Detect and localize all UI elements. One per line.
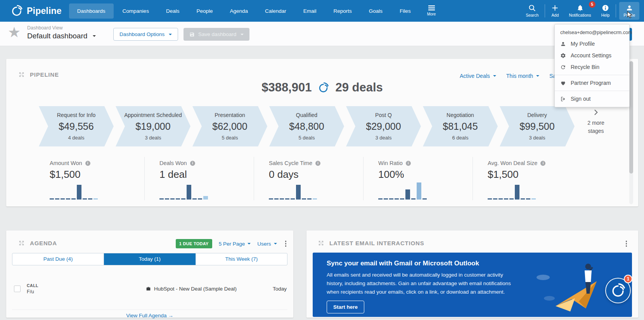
metric-sparkline [159,182,208,200]
profile-button[interactable]: Profile [619,2,639,20]
drag-move-icon[interactable] [19,72,24,77]
agenda-tabs: Past Due (4) Today (1) This Week (7) [12,253,287,265]
task-note: F/u [27,289,38,294]
pipeline-spiral-icon [610,282,626,299]
nav-item-dashboards[interactable]: Dashboards [69,3,114,19]
pipeline-title: PIPELINE [30,71,59,78]
nav-item-deals[interactable]: Deals [158,3,188,19]
person-icon [626,4,633,12]
account-email: chelsea+demo@pipelinecrm.com [555,26,629,38]
metric-win-ratio: Win Ratioi 100% [363,157,473,200]
nav-more-button[interactable]: More [427,5,436,16]
brand[interactable]: Pipeline [0,4,62,17]
menu-item-recycle-bin[interactable]: Recycle Bin [555,61,629,73]
briefcase-icon [146,286,151,291]
gear-icon [560,53,566,58]
task-checkbox[interactable] [14,286,21,292]
view-full-agenda-link[interactable]: View Full Agenda → [126,313,173,318]
task-type-label: CALL [27,283,38,288]
profile-dropdown-menu: chelsea+demo@pipelinecrm.com My Profile … [554,24,630,107]
notifications-button[interactable]: Notifications 5 [564,4,596,17]
funnel-stage[interactable]: Post Q $29,000 3 deals [346,106,421,146]
more-stages-button[interactable]: 2 more stages [580,108,612,135]
person-icon [560,41,566,47]
info-icon[interactable]: i [406,161,411,166]
bell-icon [576,4,584,12]
funnel-stage[interactable]: Qualified $48,800 5 deals [269,106,344,146]
drag-move-icon[interactable] [318,240,324,246]
chat-notification-badge: 1 [624,275,632,283]
search-button[interactable]: Search [521,4,544,17]
nav-item-people[interactable]: People [188,3,221,19]
users-filter[interactable]: Users [257,241,277,247]
tab-today[interactable]: Today (1) [104,253,195,265]
top-nav: Pipeline Dashboards Companies Deals Peop… [0,0,644,22]
pipeline-total-deals: 29 deals [335,81,383,95]
info-icon[interactable]: i [85,161,90,166]
agenda-title: AGENDA [30,240,57,246]
nav-item-companies[interactable]: Companies [114,3,157,19]
email-interactions-widget: LATEST EMAIL INTERACTIONS Sync your emai… [306,231,638,318]
chevron-down-icon [93,35,96,38]
metric-sparkline [488,182,536,200]
dashboard-toolbar: ★ Dashboard View Default dashboard Dashb… [0,22,644,46]
filter-period[interactable]: This month [506,73,539,79]
pipeline-widget: PIPELINE Active Deals This month Sale $3… [6,59,638,206]
tab-past-due[interactable]: Past Due (4) [12,253,104,265]
app-screen: Pipeline Dashboards Companies Deals Peop… [0,0,644,320]
funnel-stage[interactable]: Negotiation $81,045 6 deals [423,106,498,146]
kebab-menu-icon[interactable] [284,240,288,248]
info-icon[interactable]: i [315,161,320,166]
pipeline-filters: Active Deals This month Sale [460,73,560,79]
metric-sparkline [269,182,317,200]
chevron-right-icon [592,108,600,116]
task-deal-link[interactable]: HubSpot - New Deal (Sample Deal) [146,286,237,292]
chevron-down-icon [248,243,251,246]
nav-item-goals[interactable]: Goals [361,3,391,19]
funnel-stage[interactable]: Presentation $62,000 5 deals [192,106,267,146]
nav-item-files[interactable]: Files [391,3,419,19]
mouse-cursor [626,11,634,19]
chevron-down-icon [241,34,244,37]
menu-item-my-profile[interactable]: My Profile [555,38,629,50]
metric-deals-won: Deals Woni 1 deal [144,157,254,200]
dashboard-options-button[interactable]: Dashboard Options [113,28,178,41]
kebab-menu-icon[interactable] [624,240,629,248]
nav-item-agenda[interactable]: Agenda [222,3,256,19]
nav-item-reports[interactable]: Reports [325,3,360,19]
nav-item-email[interactable]: Email [295,3,325,19]
notifications-badge: 5 [589,1,596,8]
pipeline-logo-icon [10,4,23,17]
funnel-stage[interactable]: Request for Info $49,556 4 deals [39,106,114,146]
info-icon[interactable]: i [540,161,545,166]
info-icon[interactable]: i [190,161,195,166]
scrollbar-thumb[interactable] [629,61,633,174]
favorite-star-icon[interactable]: ★ [8,24,21,41]
tab-this-week[interactable]: This Week (7) [196,253,287,265]
funnel-stage[interactable]: Appointment Scheduled $19,000 3 deals [116,106,190,146]
chevron-down-icon [274,243,277,246]
hamburger-icon [428,5,435,10]
agenda-task-row: CALL F/u HubSpot - New Deal (Sample Deal… [12,276,287,301]
save-icon [189,32,195,37]
add-button[interactable]: Add [546,4,564,17]
start-here-button[interactable]: Start here [327,301,364,313]
menu-item-account-settings[interactable]: Account Settings [555,50,629,61]
heart-icon [560,80,566,86]
email-sync-banner: Sync your email with Gmail or Microsoft … [313,253,632,317]
help-button[interactable]: Help [596,4,615,17]
drag-move-icon[interactable] [19,240,24,246]
chevron-down-icon [536,75,539,78]
filter-deal-status[interactable]: Active Deals [460,73,496,79]
chevron-down-icon [169,34,172,37]
nav-item-calendar[interactable]: Calendar [257,3,294,19]
dashboard-view-selector[interactable]: Default dashboard [27,32,96,40]
menu-item-partner-program[interactable]: Partner Program [555,77,629,89]
per-page-selector[interactable]: 5 Per Page [219,241,251,247]
menu-item-sign-out[interactable]: Sign out [555,93,629,105]
divider [12,310,287,310]
funnel-stage[interactable]: Delivery $99,500 3 deals [500,106,575,146]
nav-more-label: More [427,12,436,16]
pipeline-total-amount: $388,901 [261,81,312,95]
save-dashboard-button[interactable]: Save dashboard [184,28,249,41]
